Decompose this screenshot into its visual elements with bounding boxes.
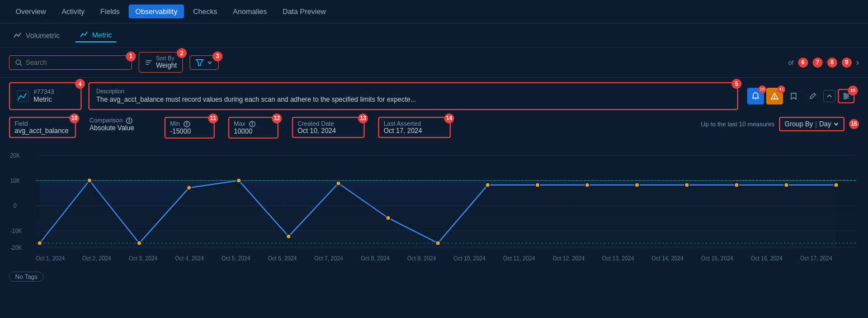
search-icon xyxy=(15,59,22,67)
sort-by-dropdown[interactable]: Sort By Weight 2 xyxy=(139,52,183,73)
svg-point-15 xyxy=(846,95,848,97)
nav-item-overview[interactable]: Overview xyxy=(9,4,53,18)
svg-point-44 xyxy=(137,241,141,245)
nav-arrow-right[interactable]: › xyxy=(856,58,859,68)
svg-point-10 xyxy=(775,98,775,98)
group-by-button[interactable]: Group By | Day xyxy=(779,117,845,131)
max-info-icon xyxy=(249,121,256,127)
svg-line-1 xyxy=(20,64,22,65)
svg-point-45 xyxy=(187,186,191,190)
last-asserted-label: Last Asserted xyxy=(384,120,445,127)
svg-point-50 xyxy=(436,241,440,245)
nav-item-checks[interactable]: Checks xyxy=(186,4,224,18)
max-badge-12: 12 xyxy=(272,113,282,124)
badge6-container: of xyxy=(788,59,793,66)
nav-item-observability[interactable]: Observability xyxy=(129,4,184,18)
group-by-separator: | xyxy=(815,120,817,128)
sort-icon xyxy=(145,59,153,67)
search-input[interactable] xyxy=(26,59,126,67)
metric-badge-4: 4 xyxy=(75,79,85,89)
filter-dropdown[interactable]: 3 xyxy=(190,55,219,70)
notifications-button[interactable]: 15 xyxy=(747,88,764,105)
svg-point-52 xyxy=(535,183,540,187)
edit-button[interactable] xyxy=(804,88,821,105)
sort-by-value: Weight xyxy=(156,61,177,69)
nav-item-activity[interactable]: Activity xyxy=(55,4,91,18)
svg-point-51 xyxy=(485,183,490,187)
bookmark-icon xyxy=(790,92,798,100)
collapse-button[interactable] xyxy=(823,90,836,102)
svg-point-53 xyxy=(585,183,589,187)
metric-id-section: #77343 Metric 4 xyxy=(9,82,82,110)
svg-point-54 xyxy=(635,183,639,187)
x-label-13: Oct 14, 2024 xyxy=(652,255,683,262)
svg-text:10K: 10K xyxy=(10,178,20,184)
metric-id-number: #77343 xyxy=(34,88,54,96)
filter-badge: 3 xyxy=(213,51,223,61)
svg-point-22 xyxy=(186,122,187,123)
metric-chart-icon xyxy=(17,90,29,102)
min-label: Min xyxy=(170,120,209,127)
svg-text:-10K: -10K xyxy=(10,228,22,234)
svg-marker-5 xyxy=(196,59,203,65)
sub-nav-metric[interactable]: Metric xyxy=(76,28,116,42)
description-text: The avg_acct_balance must record values … xyxy=(96,96,416,103)
bottom-bar: No Tags xyxy=(0,268,868,285)
svg-text:0: 0 xyxy=(13,203,17,209)
sub-navigation: Volumetric Metric xyxy=(0,23,868,48)
warning-icon xyxy=(771,92,779,100)
filter-icon xyxy=(196,59,204,67)
svg-point-48 xyxy=(336,181,341,186)
metric-id-text: #77343 Metric xyxy=(34,88,54,105)
toolbar: 1 Sort By Weight 2 3 of 6 7 xyxy=(0,48,868,78)
chart-line-icon xyxy=(13,31,22,40)
nav-item-data-preview[interactable]: Data Preview xyxy=(276,4,332,18)
no-tags-badge[interactable]: No Tags xyxy=(9,272,44,282)
settings-badge-15: 15 xyxy=(848,86,858,96)
x-label-5: Oct 6, 2024 xyxy=(268,255,297,262)
svg-text:20K: 20K xyxy=(10,153,20,159)
chevron-up-icon xyxy=(826,93,833,99)
sub-nav-volumetric[interactable]: Volumetric xyxy=(9,29,64,42)
field-badge-10: 10 xyxy=(69,113,79,124)
chevron-down-icon xyxy=(207,60,213,65)
svg-point-0 xyxy=(16,60,21,64)
svg-point-43 xyxy=(87,178,92,183)
comparison-label: Comparison xyxy=(89,117,151,124)
toolbar-badge-7: 7 xyxy=(813,58,823,68)
field-column: Field avg_acct_balance 10 xyxy=(9,117,76,138)
x-label-10: Oct 11, 2024 xyxy=(503,255,535,262)
nav-item-anomalies[interactable]: Anomalies xyxy=(227,4,274,18)
badge8-wrap: 8 xyxy=(827,58,837,68)
metric-badge-5: 5 xyxy=(732,79,742,89)
search-container: 1 xyxy=(9,55,132,70)
notifications-count: 15 xyxy=(758,86,766,93)
description-label: Description xyxy=(96,88,416,94)
measures-text: Up to the last 10 measures xyxy=(701,121,774,127)
x-label-7: Oct 8, 2024 xyxy=(361,255,390,262)
svg-point-46 xyxy=(237,178,241,183)
x-axis-labels: Oct 1, 2024 Oct 2, 2024 Oct 3, 2024 Oct … xyxy=(9,253,859,262)
svg-point-57 xyxy=(784,183,789,187)
anomalies-button[interactable]: 41 xyxy=(766,88,783,105)
min-badge-11: 11 xyxy=(208,113,218,124)
created-date-badge-13: 13 xyxy=(358,113,368,124)
field-value: avg_acct_balance xyxy=(15,127,70,135)
created-date-column: Created Date Oct 10, 2024 13 xyxy=(292,117,365,138)
metric-type-label: Metric xyxy=(34,96,54,105)
x-label-14: Oct 15, 2024 xyxy=(701,255,733,262)
created-date-value: Oct 10, 2024 xyxy=(298,127,359,135)
svg-point-19 xyxy=(129,119,130,120)
last-asserted-column: Last Asserted Oct 17, 2024 14 xyxy=(378,117,451,138)
settings-button[interactable]: 15 xyxy=(838,89,855,103)
bookmark-button[interactable] xyxy=(785,88,802,105)
x-label-15: Oct 16, 2024 xyxy=(751,255,782,262)
search-badge: 1 xyxy=(126,51,136,61)
badge7-wrap: 7 xyxy=(813,58,823,68)
nav-item-fields[interactable]: Fields xyxy=(93,4,126,18)
x-label-8: Oct 9, 2024 xyxy=(407,255,436,262)
x-label-1: Oct 2, 2024 xyxy=(82,255,111,262)
metric-chart: 20K 10K 0 -10K -20K xyxy=(9,150,859,253)
details-row: Field avg_acct_balance 10 Comparison Abs… xyxy=(9,115,859,141)
top-navigation: Overview Activity Fields Observability C… xyxy=(0,0,868,23)
